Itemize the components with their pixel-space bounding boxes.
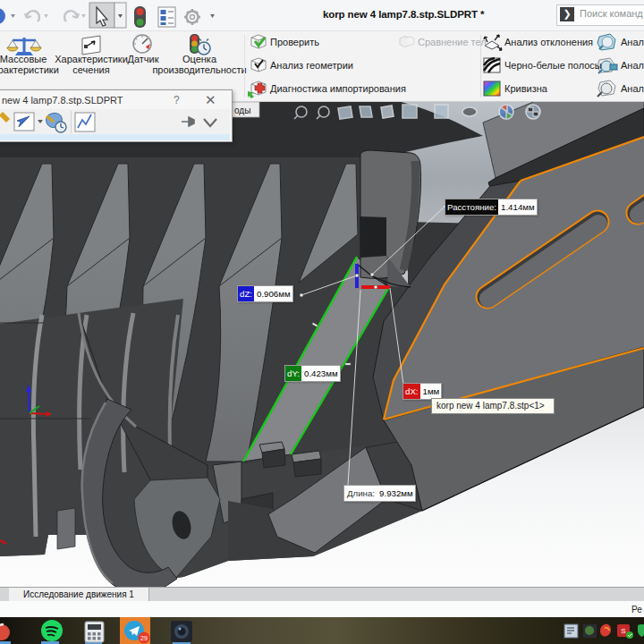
svg-text:оды: оды	[234, 106, 250, 115]
svg-text:S: S	[621, 627, 625, 635]
svg-text:29: 29	[140, 635, 148, 641]
